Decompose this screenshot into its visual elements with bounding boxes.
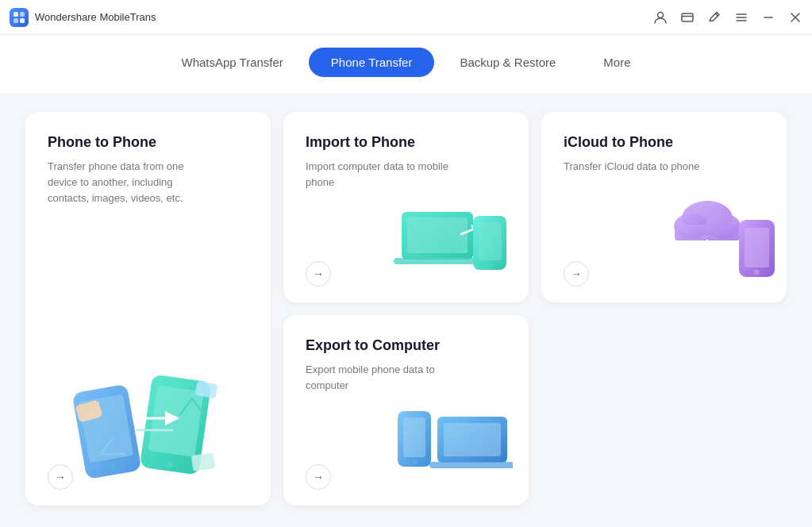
svg-rect-3 xyxy=(20,18,25,23)
card-import-to-phone[interactable]: Import to Phone Import computer data to … xyxy=(283,112,529,302)
menu-icon[interactable] xyxy=(734,10,749,25)
icloud-illustration xyxy=(664,188,779,290)
tab-whatsapp[interactable]: WhatsApp Transfer xyxy=(159,48,305,77)
tab-more[interactable]: More xyxy=(581,48,652,77)
import-illustration xyxy=(394,188,513,287)
svg-rect-2 xyxy=(13,18,18,23)
edit-icon[interactable] xyxy=(707,10,722,25)
title-bar-left: Wondershare MobileTrans xyxy=(10,8,156,27)
card-icloud-desc: Transfer iCloud data to phone xyxy=(564,159,722,175)
card-phone-to-phone-arrow[interactable]: → xyxy=(48,464,73,490)
svg-rect-36 xyxy=(403,417,425,457)
card-import-desc: Import computer data to mobile phone xyxy=(306,159,464,190)
tab-phone[interactable]: Phone Transfer xyxy=(309,48,435,77)
minimize-icon[interactable] xyxy=(761,10,775,25)
svg-rect-1 xyxy=(20,12,25,17)
svg-rect-17 xyxy=(148,385,203,456)
svg-rect-40 xyxy=(429,462,513,468)
svg-rect-31 xyxy=(675,225,740,240)
card-phone-to-phone-title: Phone to Phone xyxy=(48,134,248,151)
card-phone-to-phone-desc: Transfer phone data from one device to a… xyxy=(48,159,206,206)
app-name-label: Wondershare MobileTrans xyxy=(35,11,156,23)
tab-backup[interactable]: Backup & Restore xyxy=(437,48,578,77)
svg-rect-21 xyxy=(190,452,215,471)
card-export-to-computer[interactable]: Export to Computer Export mobile phone d… xyxy=(283,315,529,506)
account-icon[interactable] xyxy=(653,10,668,25)
svg-rect-24 xyxy=(394,258,481,264)
app-icon xyxy=(10,8,29,27)
window-icon[interactable] xyxy=(680,10,695,25)
card-icloud-to-phone[interactable]: iCloud to Phone Transfer iCloud data to … xyxy=(541,112,787,302)
card-export-desc: Export mobile phone data to computer xyxy=(306,362,464,394)
svg-rect-33 xyxy=(745,228,769,267)
svg-rect-23 xyxy=(407,217,468,253)
nav-bar: WhatsApp Transfer Phone Transfer Backup … xyxy=(0,35,812,93)
phone-to-phone-illustration xyxy=(69,339,228,474)
svg-point-34 xyxy=(754,270,760,275)
svg-rect-39 xyxy=(444,423,501,456)
close-icon[interactable] xyxy=(788,10,802,25)
svg-rect-5 xyxy=(682,13,693,21)
svg-point-27 xyxy=(487,264,492,268)
title-bar: Wondershare MobileTrans xyxy=(0,0,812,35)
svg-point-4 xyxy=(658,12,664,17)
title-bar-controls xyxy=(653,10,802,25)
card-icloud-arrow[interactable]: → xyxy=(564,261,589,287)
card-export-arrow[interactable]: → xyxy=(306,464,331,490)
svg-rect-0 xyxy=(13,12,18,17)
card-import-title: Import to Phone xyxy=(306,134,506,151)
svg-point-37 xyxy=(412,460,417,464)
card-icloud-title: iCloud to Phone xyxy=(564,134,764,151)
card-import-arrow[interactable]: → xyxy=(306,261,331,287)
card-export-title: Export to Computer xyxy=(306,337,506,354)
card-phone-to-phone[interactable]: Phone to Phone Transfer phone data from … xyxy=(25,112,271,506)
export-illustration xyxy=(394,391,513,490)
main-content: Phone to Phone Transfer phone data from … xyxy=(0,93,812,525)
svg-rect-26 xyxy=(478,222,502,260)
